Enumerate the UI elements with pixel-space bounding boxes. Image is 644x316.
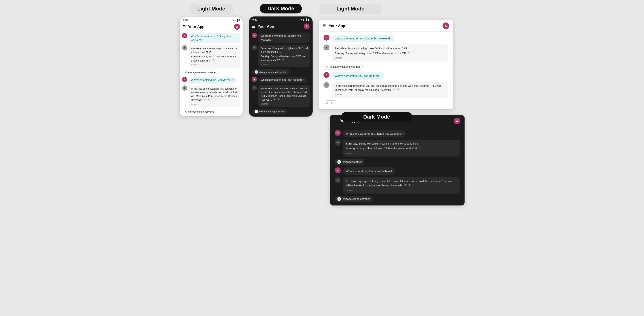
tablet-ai-2: ✦ In the nice spring weather, you can ta…: [324, 82, 448, 98]
ai-avatar-dark-1: ✦: [252, 45, 257, 50]
tablet-google-icon-1: G: [326, 65, 328, 68]
stacked-wrapper: ☰ Your App A A What's the weather in Chi…: [319, 20, 464, 206]
tablet-google-icon-2: G: [326, 102, 328, 105]
status-icons: ▾▲ ▐ ▮: [232, 19, 240, 21]
chat-content-dark: A What's the weather in Chicago this wee…: [250, 31, 312, 116]
user-text-1: What's the weather in Chicago this weeke…: [189, 33, 240, 43]
tablet-dark-container: ☰ Your App A A What's the weather in Chi…: [330, 115, 464, 206]
tablet-user-text-2: What's something fun I can do there?: [332, 72, 384, 80]
ai-message-dark-2: ✦ In the nice spring weather, you can ta…: [252, 85, 310, 107]
tablet-chip-text-dark-1: chicago weather: [342, 160, 362, 163]
tablet-ai-1: ✦ Saturday: Sunny with a high near 68°F …: [324, 44, 448, 61]
search-chip-dark-2-wrapper: G chicago spring activities: [252, 109, 310, 114]
tablet-chip-weather-dark[interactable]: G chicago weather: [335, 159, 364, 165]
search-chip-2-wrapper: G chicago spring activities: [182, 109, 240, 114]
right-column: Light Mode ☰ Your App A A: [319, 4, 464, 206]
tablet-user-dark-1: A What's the weather in Chicago this wee…: [335, 130, 460, 137]
user-message-dark-1: A What's the weather in Chicago this wee…: [252, 33, 310, 43]
ai-avatar-dark-2: ✦: [252, 85, 257, 90]
search-chip-spring-activities-light[interactable]: G chicago spring activities: [183, 109, 216, 114]
avatar-light[interactable]: A: [234, 24, 240, 30]
tablet-chip-weekend-light[interactable]: G chicago weekend weather: [324, 64, 363, 70]
tablet-chip-text-2: chic: [330, 102, 334, 105]
search-chip-1-wrapper: G chicago weekend weather: [182, 69, 240, 75]
wifi-icon: ▾▲: [232, 19, 235, 21]
tablet-avatar-light[interactable]: A: [442, 22, 449, 29]
avatar-img-light: A: [234, 24, 240, 30]
ai-message-2: ✦ In the nice spring weather, you can ta…: [182, 85, 240, 107]
tablet-app-bar-light: ☰ Your App A: [319, 20, 453, 32]
search-chip-weekend-weather-dark[interactable]: G chicago weekend weather: [252, 69, 290, 75]
tablet-ai-text-dark-1: Saturday: Sunny with a high near 68°F an…: [343, 140, 460, 157]
tablet-user-1: A What's the weather in Chicago this wee…: [324, 34, 448, 42]
google-icon-2: G: [185, 110, 187, 113]
phone-light-column: Light Mode 9:30 ▾▲ ▐ ▮ ☰ Your App A A Wh…: [180, 4, 243, 117]
light-mode-label-tablet: Light Mode: [319, 4, 382, 14]
tablet-chip-dark-1-wrapper: G chicago weather: [335, 159, 460, 165]
status-time-dark: 9:30: [252, 18, 257, 21]
user-text-2: What's something fun I can do there?: [189, 77, 236, 84]
battery-icon: ▮: [238, 19, 240, 21]
battery-icon-dark: ▮: [308, 18, 309, 21]
app-title-light: Your App: [188, 25, 232, 29]
avatar-dark[interactable]: A: [304, 23, 310, 29]
search-chip-weekend-weather-light[interactable]: G chicago weekend weather: [183, 69, 219, 75]
tablet-chat-light: A What's the weather in Chicago this wee…: [319, 32, 453, 109]
ai-text-2: In the nice spring weather, you can take…: [189, 85, 240, 107]
ai-avatar-2: ✦: [182, 85, 187, 91]
ai-message-1: ✦ Saturday: Sunny with a high near 68°F …: [182, 45, 240, 68]
tablet-ai-dark-2: ✦ In the nice spring weather, you can ta…: [335, 177, 460, 194]
tablet-chip-spring-dark[interactable]: G chicago spring activities: [335, 196, 373, 202]
user-avatar-dark-1: A: [252, 33, 257, 38]
status-time: 9:30: [183, 19, 188, 21]
search-chip-spring-activities-dark[interactable]: G chicago spring activities: [252, 109, 287, 114]
user-avatar-1: A: [182, 33, 187, 38]
app-title-dark: Your App: [258, 24, 302, 29]
tablet-dark-frame: ☰ Your App A A What's the weather in Chi…: [330, 115, 464, 206]
tablet-user-avatar-2: A: [324, 72, 330, 78]
ai-text-dark-1: Saturday: Sunny with a high near 68°F an…: [258, 45, 310, 67]
tablet-hamburger-light[interactable]: ☰: [323, 24, 326, 28]
tablet-chip-2-wrapper: G chic: [324, 100, 448, 106]
tablet-ai-text-1: Saturday: Sunny with a high near 68°F an…: [332, 44, 448, 61]
tablet-avatar-img-light: A: [442, 22, 449, 29]
status-bar-dark: 9:30 ▾▲ ▐ ▮: [250, 17, 312, 22]
user-text-dark-2: What's something fun I can do there?: [258, 77, 306, 83]
tablet-user-dark-2: A What's something fun I can do there?: [335, 167, 460, 175]
user-message-dark-2: A What's something fun I can do there?: [252, 77, 310, 83]
search-chip-dark-1-wrapper: G chicago weekend weather: [252, 69, 310, 75]
tablet-chip-text-1: chicago weekend weather: [330, 65, 360, 68]
dark-mode-label-phone: Dark Mode: [260, 4, 302, 13]
hamburger-icon[interactable]: ☰: [182, 24, 186, 29]
tablet-user-avatar-1: A: [324, 34, 330, 40]
chip-text-dark-1: chicago weekend weather: [259, 71, 287, 73]
chip-text-2: chicago spring activities: [188, 110, 214, 113]
tablet-ai-avatar-2: ✦: [324, 82, 330, 88]
chat-content-light: A What's the weather in Chicago this wee…: [180, 31, 243, 116]
light-mode-label-phone: Light Mode: [190, 4, 233, 14]
app-bar-light: ☰ Your App A: [180, 22, 243, 31]
chip-text-1: chicago weekend weather: [188, 71, 216, 74]
tablet-ai-text-dark-2: In the nice spring weather, you can take…: [343, 177, 460, 194]
user-message-1: A What's the weather in Chicago this wee…: [182, 33, 240, 43]
signal-icon: ▐: [236, 19, 238, 21]
tablet-user-text-dark-2: What's something fun I can do there?: [343, 167, 395, 175]
phone-dark-column: Dark Mode 9:30 ▾▲ ▐ ▮ ☰ Your App A A Wha…: [249, 4, 313, 117]
ai-message-dark-1: ✦ Saturday: Sunny with a high near 68°F …: [252, 45, 310, 67]
tablet-google-icon-dark-2: G: [337, 197, 341, 201]
tablet-chip-spring-light[interactable]: G chic: [324, 100, 337, 106]
user-avatar-dark-2: A: [252, 77, 257, 82]
user-message-2: A What's something fun I can do there?: [182, 77, 240, 84]
signal-icon-dark: ▐: [306, 18, 307, 21]
google-icon-dark-2: G: [255, 110, 258, 113]
avatar-img-dark: A: [304, 23, 310, 29]
status-icons-dark: ▾▲ ▐ ▮: [301, 18, 309, 21]
tablet-ai-avatar-dark-1: ✦: [335, 140, 341, 146]
tablet-user-avatar-dark-2: A: [335, 167, 341, 173]
tablet-user-2: A What's something fun I can do there?: [324, 72, 448, 80]
dark-mode-label-tablet-wrapper: Dark Mode: [341, 112, 464, 125]
tablet-chip-dark-2-wrapper: G chicago spring activities: [335, 196, 460, 202]
hamburger-icon-dark[interactable]: ☰: [252, 24, 256, 29]
tablet-user-text-dark-1: What's the weather in Chicago this weeke…: [343, 130, 406, 137]
tablet-hamburger-dark[interactable]: ☰: [334, 119, 337, 123]
